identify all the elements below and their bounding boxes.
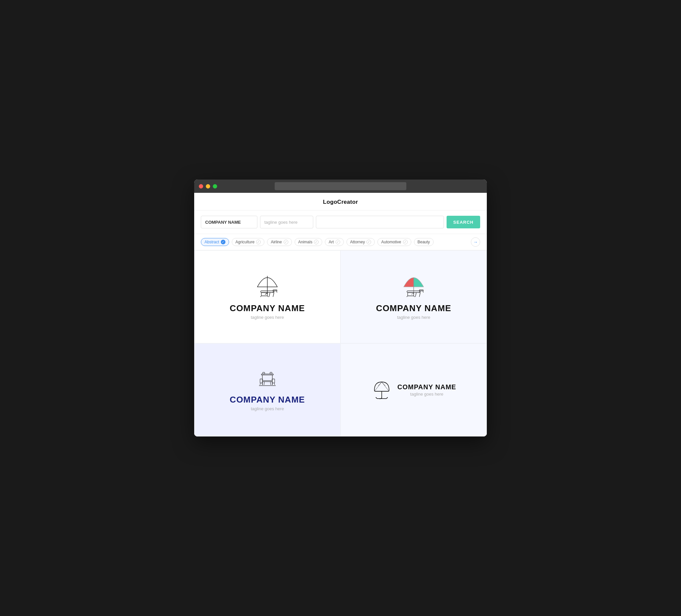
logo-grid: COMPANY NAME tagline goes here (194, 250, 487, 436)
filter-chip-attorney[interactable]: Attorney ✓ (347, 238, 375, 246)
logo-card-1[interactable]: COMPANY NAME tagline goes here (194, 250, 340, 343)
logo-3-company: COMPANY NAME (230, 394, 305, 405)
svg-line-26 (264, 382, 264, 385)
svg-rect-12 (408, 292, 414, 296)
filter-chip-abstract[interactable]: Abstract ✓ (201, 238, 229, 246)
svg-rect-2 (261, 292, 267, 296)
filter-label-animals: Animals (298, 240, 312, 244)
logo-icon-3 (254, 369, 281, 391)
svg-line-18 (419, 291, 420, 292)
logo-icon-1 (252, 274, 282, 299)
svg-line-3 (260, 296, 261, 297)
check-icon-animals: ✓ (314, 240, 319, 244)
check-icon-art: ✓ (335, 240, 340, 244)
svg-rect-17 (419, 290, 423, 291)
filter-label-abstract: Abstract (204, 240, 219, 244)
logo-4-text: COMPANY NAME tagline goes here (397, 383, 456, 396)
logo-1-company: COMPANY NAME (230, 303, 305, 313)
filter-chip-art[interactable]: Art ✓ (325, 238, 344, 246)
logo-card-2[interactable]: COMPANY NAME tagline goes here (340, 250, 487, 343)
check-icon-airline: ✓ (284, 240, 288, 244)
close-button[interactable] (199, 184, 203, 188)
browser-window: LogoCreator SEARCH Abstract ✓ Agricultur… (194, 180, 487, 436)
svg-line-5 (269, 292, 270, 297)
svg-line-16 (419, 292, 420, 297)
check-icon-abstract: ✓ (221, 240, 225, 244)
svg-rect-25 (263, 381, 271, 382)
svg-line-4 (267, 296, 268, 297)
svg-line-19 (423, 291, 423, 292)
logo-2-company: COMPANY NAME (376, 303, 451, 313)
logo-2-tagline: tagline goes here (397, 315, 430, 320)
minimize-button[interactable] (206, 184, 210, 188)
svg-line-41 (382, 382, 389, 391)
svg-line-15 (415, 292, 416, 297)
logo-1-tagline: tagline goes here (251, 315, 284, 320)
browser-titlebar (194, 180, 487, 193)
tagline-input[interactable] (260, 216, 313, 228)
maximize-button[interactable] (213, 184, 217, 188)
app-content: LogoCreator SEARCH Abstract ✓ Agricultur… (194, 193, 487, 436)
svg-line-29 (260, 383, 260, 385)
app-title: LogoCreator (323, 199, 358, 205)
svg-line-37 (376, 397, 377, 399)
check-icon-automotive: ✓ (403, 240, 408, 244)
filter-label-airline: Airline (271, 240, 282, 244)
check-icon-agriculture: ✓ (256, 240, 261, 244)
logo-4-tagline: tagline goes here (397, 392, 456, 396)
search-bar: SEARCH (194, 210, 487, 234)
filter-label-attorney: Attorney (350, 240, 365, 244)
extra-input[interactable] (316, 216, 444, 228)
filter-chip-airline[interactable]: Airline ✓ (267, 238, 292, 246)
svg-line-39 (374, 382, 382, 391)
filter-chip-automotive[interactable]: Automotive ✓ (377, 238, 411, 246)
filter-label-automotive: Automotive (381, 240, 401, 244)
svg-line-9 (277, 291, 277, 292)
svg-line-33 (274, 383, 275, 385)
address-bar[interactable] (275, 182, 406, 190)
filter-label-agriculture: Agriculture (235, 240, 254, 244)
filter-chip-beauty[interactable]: Beauty (414, 238, 434, 246)
logo-4-company: COMPANY NAME (397, 383, 456, 391)
filter-chip-animals[interactable]: Animals ✓ (295, 238, 323, 246)
svg-line-6 (273, 292, 274, 297)
filter-bar: Abstract ✓ Agriculture ✓ Airline ✓ Anima… (194, 234, 487, 250)
app-header: LogoCreator (194, 193, 487, 210)
svg-line-38 (386, 397, 388, 399)
svg-line-14 (414, 296, 415, 297)
logo-card-4[interactable]: COMPANY NAME tagline goes here (340, 343, 487, 436)
check-icon-attorney: ✓ (367, 240, 371, 244)
logo-card-3[interactable]: COMPANY NAME tagline goes here (194, 343, 340, 436)
filter-chip-agriculture[interactable]: Agriculture ✓ (232, 238, 264, 246)
logo-3-tagline: tagline goes here (251, 406, 284, 411)
logo-icon-2 (399, 274, 429, 299)
logo-icon-4 (371, 379, 393, 401)
logo-4-layout: COMPANY NAME tagline goes here (371, 379, 456, 401)
search-button[interactable]: SEARCH (447, 216, 480, 228)
company-name-input[interactable] (201, 216, 257, 228)
svg-rect-7 (273, 290, 277, 291)
filter-label-art: Art (329, 240, 333, 244)
svg-line-8 (273, 291, 273, 292)
svg-line-13 (407, 296, 408, 297)
filter-label-beauty: Beauty (418, 240, 430, 244)
svg-line-27 (270, 382, 271, 385)
filter-next-button[interactable]: → (471, 237, 480, 247)
